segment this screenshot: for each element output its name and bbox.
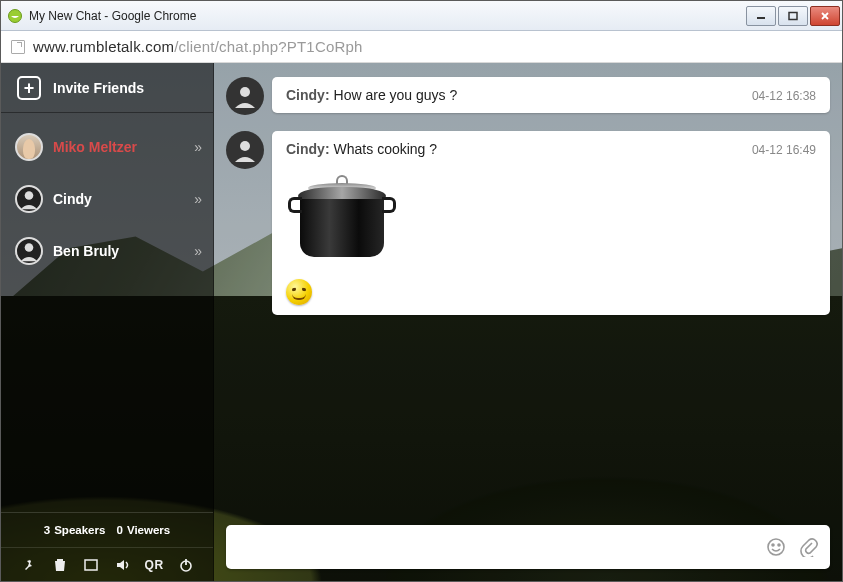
sidebar: + Invite Friends Miko Meltzer » Cindy » … bbox=[1, 63, 214, 581]
attachment-icon[interactable] bbox=[798, 537, 818, 557]
avatar bbox=[15, 185, 43, 213]
window-title: My New Chat - Google Chrome bbox=[7, 8, 738, 24]
avatar bbox=[15, 133, 43, 161]
smirk-emoji-icon bbox=[286, 279, 312, 305]
viewers-label: Viewers bbox=[127, 524, 170, 536]
user-name: Ben Bruly bbox=[53, 243, 184, 259]
url-host: www.rumbletalk.com bbox=[33, 38, 174, 55]
user-name: Cindy bbox=[53, 191, 184, 207]
svg-point-14 bbox=[778, 544, 780, 546]
message-row: Cindy: Whats cooking ? 04-12 16:49 bbox=[226, 131, 830, 315]
browser-window: My New Chat - Google Chrome www.rumbleta… bbox=[0, 0, 843, 582]
svg-point-6 bbox=[25, 243, 34, 252]
speakers-label: Speakers bbox=[54, 524, 105, 536]
stats-bar: 3 Speakers 0 Viewers bbox=[1, 513, 213, 547]
plus-icon: + bbox=[17, 76, 41, 100]
chat-app: + Invite Friends Miko Meltzer » Cindy » … bbox=[1, 63, 842, 581]
message-input-bar bbox=[226, 525, 830, 569]
minimize-button[interactable] bbox=[746, 6, 776, 26]
chevron-right-icon: » bbox=[194, 243, 199, 259]
message-bubble: Cindy: How are you guys ? 04-12 16:38 bbox=[272, 77, 830, 113]
speakers-count: 3 bbox=[44, 524, 50, 536]
message-input[interactable] bbox=[238, 525, 754, 569]
user-name: Miko Meltzer bbox=[53, 139, 184, 155]
svg-rect-2 bbox=[789, 12, 797, 19]
avatar bbox=[226, 77, 264, 115]
sound-icon[interactable] bbox=[113, 555, 133, 575]
trash-icon[interactable] bbox=[50, 555, 70, 575]
viewers-count: 0 bbox=[117, 524, 123, 536]
fullscreen-icon[interactable] bbox=[81, 555, 101, 575]
user-row-ben[interactable]: Ben Bruly » bbox=[1, 225, 213, 277]
chevron-right-icon: » bbox=[194, 191, 199, 207]
pin-icon[interactable] bbox=[18, 555, 38, 575]
close-button[interactable] bbox=[810, 6, 840, 26]
message-attachment bbox=[286, 171, 816, 305]
message-sender: Cindy: bbox=[286, 141, 330, 157]
user-row-miko[interactable]: Miko Meltzer » bbox=[1, 121, 213, 173]
invite-label: Invite Friends bbox=[53, 80, 144, 96]
message-row: Cindy: How are you guys ? 04-12 16:38 bbox=[226, 77, 830, 115]
pot-image[interactable] bbox=[288, 171, 396, 261]
chevron-right-icon: » bbox=[194, 139, 199, 155]
address-bar[interactable]: www.rumbletalk.com/client/chat.php?PT1Co… bbox=[1, 31, 842, 63]
window-buttons bbox=[744, 6, 840, 26]
message-timestamp: 04-12 16:49 bbox=[752, 143, 816, 157]
app-favicon-icon bbox=[7, 8, 23, 24]
svg-point-10 bbox=[240, 87, 250, 97]
avatar bbox=[15, 237, 43, 265]
url-text: www.rumbletalk.com/client/chat.php?PT1Co… bbox=[33, 38, 363, 55]
url-path: /client/chat.php?PT1CoRph bbox=[174, 38, 362, 55]
sidebar-footer: 3 Speakers 0 Viewers QR bbox=[1, 512, 213, 581]
user-list: Miko Meltzer » Cindy » Ben Bruly » bbox=[1, 113, 213, 512]
user-row-cindy[interactable]: Cindy » bbox=[1, 173, 213, 225]
chat-pane: Cindy: How are you guys ? 04-12 16:38 Ci… bbox=[214, 63, 842, 581]
qr-button[interactable]: QR bbox=[144, 555, 164, 575]
svg-point-12 bbox=[768, 539, 784, 555]
window-title-text: My New Chat - Google Chrome bbox=[29, 9, 196, 23]
message-sender: Cindy: bbox=[286, 87, 330, 103]
power-icon[interactable] bbox=[176, 555, 196, 575]
avatar bbox=[226, 131, 264, 169]
svg-point-13 bbox=[772, 544, 774, 546]
emoji-picker-icon[interactable] bbox=[766, 537, 786, 557]
svg-point-11 bbox=[240, 141, 250, 151]
message-text: How are you guys ? bbox=[334, 87, 458, 103]
message-text: Whats cooking ? bbox=[334, 141, 438, 157]
svg-rect-7 bbox=[85, 560, 97, 570]
invite-friends-button[interactable]: + Invite Friends bbox=[1, 63, 213, 113]
message-bubble: Cindy: Whats cooking ? 04-12 16:49 bbox=[272, 131, 830, 315]
titlebar: My New Chat - Google Chrome bbox=[1, 1, 842, 31]
sidebar-toolbar: QR bbox=[1, 547, 213, 581]
maximize-button[interactable] bbox=[778, 6, 808, 26]
messages-list: Cindy: How are you guys ? 04-12 16:38 Ci… bbox=[214, 63, 842, 525]
svg-point-5 bbox=[25, 191, 34, 200]
message-timestamp: 04-12 16:38 bbox=[752, 89, 816, 103]
page-icon bbox=[11, 40, 25, 54]
